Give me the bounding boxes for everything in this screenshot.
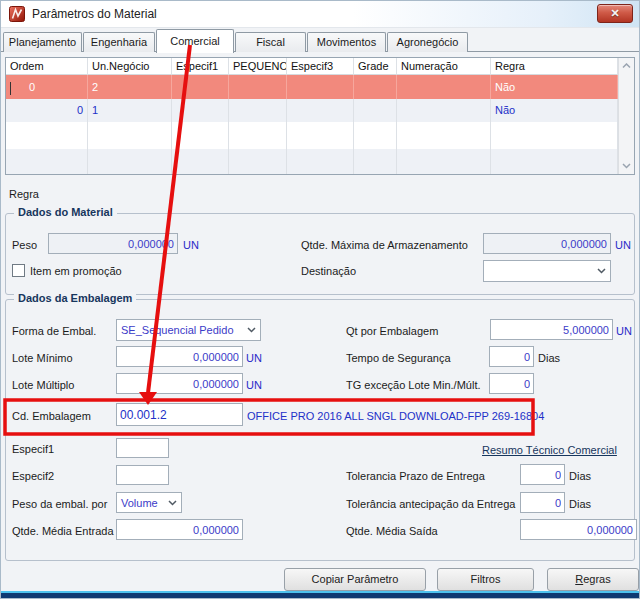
tab-agronegocio[interactable]: Agronegócio (387, 32, 468, 52)
tab-movimentos[interactable]: Movimentos (307, 32, 386, 52)
lote-multiplo-label: Lote Múltiplo (12, 379, 74, 391)
lote-minimo-field[interactable] (116, 346, 243, 367)
cd-embalagem-label: Cd. Embalagem (12, 410, 91, 422)
column-header[interactable]: PEQUENO (229, 58, 287, 75)
tab-fiscal[interactable]: Fiscal (235, 32, 306, 52)
forma-embal-label: Forma de Embal. (12, 325, 96, 337)
column-header[interactable]: Numeração (397, 58, 491, 75)
qtde-maxima-field[interactable] (483, 233, 611, 254)
cell-especif3[interactable] (287, 75, 354, 99)
cell-numeracao[interactable] (397, 99, 491, 122)
table-row-empty[interactable] (6, 122, 618, 149)
qtde-media-saida-label: Qtde. Média Saída (346, 525, 438, 537)
especif2-label: Especif2 (12, 470, 54, 482)
cd-embalagem-description: OFFICE PRO 2016 ALL SNGL DOWNLOAD-FPP 26… (247, 410, 544, 422)
dados-material-groupbox: Dados do Material Peso UN Qtde. Máxima d… (5, 213, 635, 295)
item-promocao-checkbox[interactable] (12, 264, 25, 277)
cell-ordem[interactable]: 0 (6, 75, 88, 99)
cell-grade[interactable] (354, 75, 397, 99)
lote-minimo-unit: UN (246, 352, 262, 364)
forma-embal-select[interactable]: SE_Sequencial Pedido (116, 319, 261, 341)
qtde-media-entrada-field[interactable] (116, 519, 243, 540)
column-header[interactable]: Regra (491, 58, 618, 75)
item-promocao-label: Item em promoção (30, 265, 122, 277)
window-title: Parâmetros do Material (32, 1, 157, 28)
lote-minimo-label: Lote Mínimo (12, 352, 73, 364)
qt-embalagem-label: Qt por Embalagem (346, 325, 438, 337)
cell-grade[interactable] (354, 99, 397, 122)
peso-label: Peso (12, 239, 37, 251)
cell-ordem[interactable]: 0 (6, 99, 88, 122)
tab-comercial[interactable]: Comercial (156, 29, 234, 53)
especif1-label: Especif1 (12, 443, 54, 455)
dados-embalagem-groupbox: Dados da Embalagem Forma de Embal. SE_Se… (5, 299, 635, 561)
cell-pequeno[interactable] (229, 75, 287, 99)
grid-scrollbar[interactable] (618, 58, 634, 174)
regras-button[interactable]: Regras (547, 568, 639, 591)
tab-engenharia[interactable]: Engenharia (83, 32, 155, 52)
table-row-selected[interactable]: 0 2 Não (6, 75, 618, 99)
table-row-empty[interactable] (6, 149, 618, 174)
filtros-button[interactable]: Filtros (437, 568, 534, 591)
destinacao-select[interactable] (483, 260, 611, 282)
tolerancia-prazo-label: Tolerancia Prazo de Entrega (346, 470, 485, 482)
title-bar: Parâmetros do Material ✕ (1, 1, 640, 28)
cell-pequeno[interactable] (229, 99, 287, 122)
tg-excecao-field[interactable] (489, 373, 534, 394)
column-header[interactable]: Un.Negócio (88, 58, 172, 75)
column-header[interactable]: Especif3 (287, 58, 354, 75)
scroll-down-icon[interactable] (619, 158, 634, 174)
tolerancia-antecipacao-label: Tolerância antecipação da Entrega (346, 498, 515, 510)
column-header[interactable]: Especif1 (172, 58, 229, 75)
bottom-bar (1, 591, 640, 599)
groupbox-title: Dados da Embalagem (14, 292, 136, 304)
close-icon: ✕ (610, 7, 619, 19)
cell-un-negocio[interactable]: 2 (88, 75, 172, 99)
parametros-material-dialog: Parâmetros do Material ✕ Planejamento En… (0, 0, 640, 599)
cell-un-negocio[interactable]: 1 (88, 99, 172, 122)
cell-especif1[interactable] (172, 75, 229, 99)
cell-regra[interactable]: Não (491, 75, 618, 99)
cell-regra[interactable]: Não (491, 99, 618, 122)
tolerancia-prazo-field[interactable] (520, 464, 565, 485)
lote-multiplo-field[interactable] (116, 373, 243, 394)
column-header[interactable]: Grade (354, 58, 397, 75)
peso-field[interactable] (48, 233, 178, 254)
qtde-media-saida-field[interactable] (520, 519, 637, 540)
chevron-down-icon (168, 500, 177, 506)
qtde-media-entrada-label: Qtde. Média Entrada (12, 525, 114, 537)
scroll-up-icon[interactable] (619, 58, 634, 74)
regra-section-label: Regra (9, 188, 39, 200)
tolerancia-prazo-unit: Dias (569, 470, 591, 482)
lote-multiplo-unit: UN (246, 379, 262, 391)
close-button[interactable]: ✕ (597, 4, 633, 23)
destinacao-label: Destinação (301, 265, 356, 277)
qt-embalagem-field[interactable] (490, 319, 613, 340)
resumo-tecnico-link[interactable]: Resumo Técnico Comercial (482, 444, 617, 456)
tolerancia-antecipacao-field[interactable] (520, 492, 565, 513)
qt-embalagem-unit: UN (616, 325, 632, 337)
tg-excecao-label: TG exceção Lote Min./Múlt. (346, 379, 481, 391)
text-caret (10, 82, 11, 95)
cell-especif1[interactable] (172, 99, 229, 122)
especif2-field[interactable] (116, 465, 169, 485)
peso-embal-por-select[interactable]: Volume (116, 492, 182, 513)
tempo-seguranca-field[interactable] (489, 346, 534, 367)
chevron-down-icon (597, 268, 606, 274)
cell-especif3[interactable] (287, 99, 354, 122)
parameters-grid: Ordem Un.Negócio Especif1 PEQUENO Especi… (5, 57, 635, 175)
column-header[interactable]: Ordem (6, 58, 88, 75)
copiar-parametro-button[interactable]: Copiar Parâmetro (284, 568, 426, 591)
grid-header: Ordem Un.Negócio Especif1 PEQUENO Especi… (6, 58, 618, 75)
qtde-maxima-unit: UN (615, 239, 631, 251)
especif1-field[interactable] (116, 438, 169, 458)
cell-numeracao[interactable] (397, 75, 491, 99)
tab-planejamento[interactable]: Planejamento (3, 32, 82, 52)
cd-embalagem-field[interactable] (116, 403, 243, 426)
tempo-seguranca-label: Tempo de Segurança (346, 352, 451, 364)
peso-embal-por-label: Peso da embal. por (12, 498, 107, 510)
peso-unit: UN (183, 239, 199, 251)
qtde-maxima-label: Qtde. Máxima de Armazenamento (301, 239, 468, 251)
table-row[interactable]: 0 1 Não (6, 99, 618, 122)
tolerancia-antecipacao-unit: Dias (569, 498, 591, 510)
